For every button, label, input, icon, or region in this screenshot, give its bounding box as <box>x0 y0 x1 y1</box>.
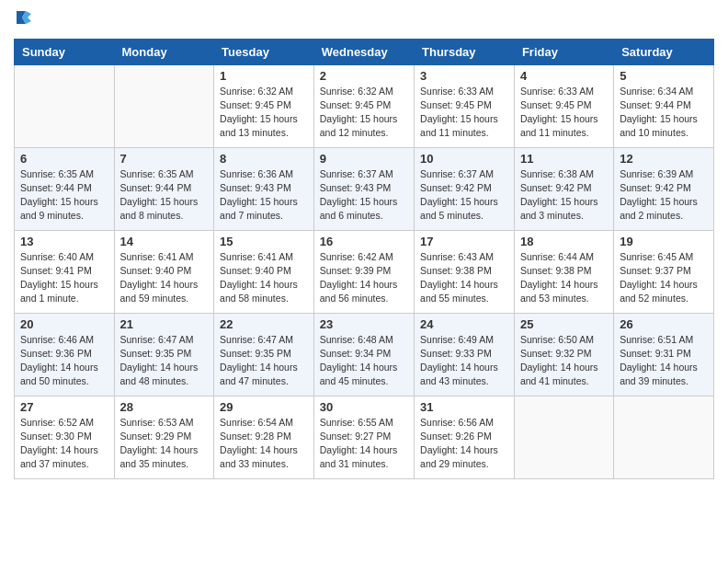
day-info: Sunrise: 6:49 AM Sunset: 9:33 PM Dayligh… <box>420 333 508 389</box>
day-number: 23 <box>320 317 408 331</box>
day-number: 18 <box>520 235 608 248</box>
day-number: 8 <box>220 152 308 166</box>
calendar-day-cell: 27Sunrise: 6:52 AM Sunset: 9:30 PM Dayli… <box>15 396 115 478</box>
col-header-friday: Friday <box>514 39 613 64</box>
day-info: Sunrise: 6:55 AM Sunset: 9:27 PM Dayligh… <box>320 416 408 472</box>
day-number: 31 <box>420 400 508 414</box>
day-number: 1 <box>220 69 308 83</box>
calendar-day-cell: 20Sunrise: 6:46 AM Sunset: 9:36 PM Dayli… <box>15 313 115 396</box>
calendar-day-cell: 5Sunrise: 6:34 AM Sunset: 9:44 PM Daylig… <box>614 64 714 147</box>
day-number: 14 <box>120 235 209 248</box>
day-info: Sunrise: 6:39 AM Sunset: 9:42 PM Dayligh… <box>620 167 708 224</box>
day-info: Sunrise: 6:38 AM Sunset: 9:42 PM Dayligh… <box>520 167 608 224</box>
day-number: 13 <box>20 235 108 248</box>
calendar-day-cell <box>514 396 613 478</box>
day-number: 12 <box>620 152 708 166</box>
day-info: Sunrise: 6:46 AM Sunset: 9:36 PM Dayligh… <box>20 333 108 389</box>
day-info: Sunrise: 6:34 AM Sunset: 9:44 PM Dayligh… <box>620 85 708 141</box>
day-info: Sunrise: 6:56 AM Sunset: 9:26 PM Dayligh… <box>420 416 508 472</box>
calendar-day-cell <box>114 64 214 147</box>
calendar-week-row: 6Sunrise: 6:35 AM Sunset: 9:44 PM Daylig… <box>15 147 714 230</box>
day-info: Sunrise: 6:52 AM Sunset: 9:30 PM Dayligh… <box>20 416 108 472</box>
day-info: Sunrise: 6:45 AM Sunset: 9:37 PM Dayligh… <box>620 250 708 306</box>
calendar-day-cell: 8Sunrise: 6:36 AM Sunset: 9:43 PM Daylig… <box>214 147 314 230</box>
calendar-day-cell: 2Sunrise: 6:32 AM Sunset: 9:45 PM Daylig… <box>313 64 414 147</box>
calendar-day-cell: 1Sunrise: 6:32 AM Sunset: 9:45 PM Daylig… <box>214 64 314 147</box>
calendar-day-cell: 24Sunrise: 6:49 AM Sunset: 9:33 PM Dayli… <box>415 313 515 396</box>
calendar-day-cell: 22Sunrise: 6:47 AM Sunset: 9:35 PM Dayli… <box>214 313 314 396</box>
day-info: Sunrise: 6:37 AM Sunset: 9:42 PM Dayligh… <box>420 167 508 224</box>
calendar-day-cell: 13Sunrise: 6:40 AM Sunset: 9:41 PM Dayli… <box>15 230 115 313</box>
calendar-day-cell: 30Sunrise: 6:55 AM Sunset: 9:27 PM Dayli… <box>313 396 414 478</box>
day-number: 7 <box>120 152 209 166</box>
day-number: 25 <box>520 317 608 331</box>
day-number: 26 <box>620 317 708 331</box>
day-number: 10 <box>420 152 508 166</box>
calendar-day-cell: 25Sunrise: 6:50 AM Sunset: 9:32 PM Dayli… <box>514 313 613 396</box>
calendar-day-cell <box>614 396 714 478</box>
calendar-day-cell: 11Sunrise: 6:38 AM Sunset: 9:42 PM Dayli… <box>514 147 613 230</box>
day-info: Sunrise: 6:35 AM Sunset: 9:44 PM Dayligh… <box>120 167 209 224</box>
col-header-wednesday: Wednesday <box>313 39 414 64</box>
calendar-day-cell: 10Sunrise: 6:37 AM Sunset: 9:42 PM Dayli… <box>415 147 515 230</box>
day-number: 11 <box>520 152 608 166</box>
day-number: 30 <box>320 400 408 414</box>
day-info: Sunrise: 6:48 AM Sunset: 9:34 PM Dayligh… <box>320 333 408 389</box>
day-info: Sunrise: 6:47 AM Sunset: 9:35 PM Dayligh… <box>120 333 209 389</box>
calendar-day-cell: 29Sunrise: 6:54 AM Sunset: 9:28 PM Dayli… <box>214 396 314 478</box>
calendar-day-cell: 15Sunrise: 6:41 AM Sunset: 9:40 PM Dayli… <box>214 230 314 313</box>
calendar-week-row: 1Sunrise: 6:32 AM Sunset: 9:45 PM Daylig… <box>15 64 714 147</box>
day-number: 15 <box>220 235 308 248</box>
day-number: 16 <box>320 235 408 248</box>
day-info: Sunrise: 6:36 AM Sunset: 9:43 PM Dayligh… <box>220 167 308 224</box>
day-number: 28 <box>120 400 209 414</box>
calendar-day-cell: 6Sunrise: 6:35 AM Sunset: 9:44 PM Daylig… <box>15 147 115 230</box>
day-info: Sunrise: 6:54 AM Sunset: 9:28 PM Dayligh… <box>220 416 308 472</box>
calendar-day-cell: 7Sunrise: 6:35 AM Sunset: 9:44 PM Daylig… <box>114 147 214 230</box>
logo <box>14 9 31 31</box>
day-info: Sunrise: 6:43 AM Sunset: 9:38 PM Dayligh… <box>420 250 508 306</box>
day-info: Sunrise: 6:51 AM Sunset: 9:31 PM Dayligh… <box>620 333 708 389</box>
calendar-day-cell: 3Sunrise: 6:33 AM Sunset: 9:45 PM Daylig… <box>415 64 515 147</box>
calendar-week-row: 13Sunrise: 6:40 AM Sunset: 9:41 PM Dayli… <box>15 230 714 313</box>
calendar-header-row: SundayMondayTuesdayWednesdayThursdayFrid… <box>15 39 714 64</box>
calendar-table: SundayMondayTuesdayWednesdayThursdayFrid… <box>14 39 714 479</box>
day-number: 5 <box>620 69 708 83</box>
calendar-day-cell: 12Sunrise: 6:39 AM Sunset: 9:42 PM Dayli… <box>614 147 714 230</box>
calendar-day-cell: 21Sunrise: 6:47 AM Sunset: 9:35 PM Dayli… <box>114 313 214 396</box>
calendar-week-row: 27Sunrise: 6:52 AM Sunset: 9:30 PM Dayli… <box>15 396 714 478</box>
day-number: 6 <box>20 152 108 166</box>
day-info: Sunrise: 6:50 AM Sunset: 9:32 PM Dayligh… <box>520 333 608 389</box>
day-info: Sunrise: 6:32 AM Sunset: 9:45 PM Dayligh… <box>220 85 308 141</box>
day-info: Sunrise: 6:41 AM Sunset: 9:40 PM Dayligh… <box>220 250 308 306</box>
day-info: Sunrise: 6:42 AM Sunset: 9:39 PM Dayligh… <box>320 250 408 306</box>
day-info: Sunrise: 6:53 AM Sunset: 9:29 PM Dayligh… <box>120 416 209 472</box>
day-info: Sunrise: 6:33 AM Sunset: 9:45 PM Dayligh… <box>520 85 608 141</box>
day-info: Sunrise: 6:37 AM Sunset: 9:43 PM Dayligh… <box>320 167 408 224</box>
calendar-day-cell: 26Sunrise: 6:51 AM Sunset: 9:31 PM Dayli… <box>614 313 714 396</box>
day-info: Sunrise: 6:40 AM Sunset: 9:41 PM Dayligh… <box>20 250 108 306</box>
calendar-day-cell: 4Sunrise: 6:33 AM Sunset: 9:45 PM Daylig… <box>514 64 613 147</box>
col-header-sunday: Sunday <box>15 39 115 64</box>
calendar-day-cell: 18Sunrise: 6:44 AM Sunset: 9:38 PM Dayli… <box>514 230 613 313</box>
day-number: 4 <box>520 69 608 83</box>
day-info: Sunrise: 6:44 AM Sunset: 9:38 PM Dayligh… <box>520 250 608 306</box>
day-info: Sunrise: 6:41 AM Sunset: 9:40 PM Dayligh… <box>120 250 209 306</box>
day-number: 20 <box>20 317 108 331</box>
day-info: Sunrise: 6:47 AM Sunset: 9:35 PM Dayligh… <box>220 333 308 389</box>
day-number: 21 <box>120 317 209 331</box>
col-header-monday: Monday <box>114 39 214 64</box>
day-number: 17 <box>420 235 508 248</box>
day-number: 24 <box>420 317 508 331</box>
calendar-day-cell: 28Sunrise: 6:53 AM Sunset: 9:29 PM Dayli… <box>114 396 214 478</box>
page-header <box>14 9 714 31</box>
day-number: 2 <box>320 69 408 83</box>
calendar-day-cell: 23Sunrise: 6:48 AM Sunset: 9:34 PM Dayli… <box>313 313 414 396</box>
calendar-week-row: 20Sunrise: 6:46 AM Sunset: 9:36 PM Dayli… <box>15 313 714 396</box>
col-header-tuesday: Tuesday <box>214 39 314 64</box>
calendar-day-cell: 19Sunrise: 6:45 AM Sunset: 9:37 PM Dayli… <box>614 230 714 313</box>
calendar-day-cell: 31Sunrise: 6:56 AM Sunset: 9:26 PM Dayli… <box>415 396 515 478</box>
calendar-day-cell: 14Sunrise: 6:41 AM Sunset: 9:40 PM Dayli… <box>114 230 214 313</box>
day-info: Sunrise: 6:32 AM Sunset: 9:45 PM Dayligh… <box>320 85 408 141</box>
day-info: Sunrise: 6:35 AM Sunset: 9:44 PM Dayligh… <box>20 167 108 224</box>
